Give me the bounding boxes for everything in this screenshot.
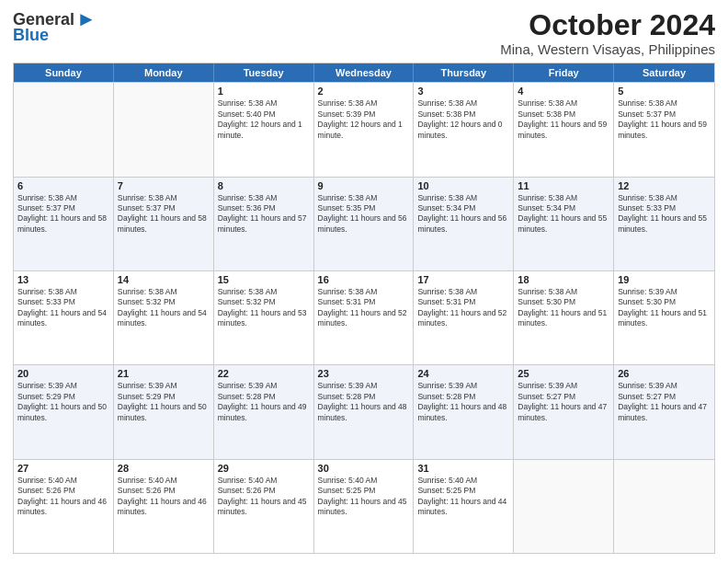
cell-oct-11: 11 Sunrise: 5:38 AM Sunset: 5:34 PM Dayl… bbox=[514, 178, 614, 270]
page-title: October 2024 bbox=[500, 9, 715, 41]
header-sunday: Sunday bbox=[14, 63, 114, 82]
cal-row-5: 27 Sunrise: 5:40 AM Sunset: 5:26 PM Dayl… bbox=[14, 459, 714, 553]
cal-row-4: 20 Sunrise: 5:39 AM Sunset: 5:29 PM Dayl… bbox=[14, 364, 714, 458]
cell-oct-22: 22 Sunrise: 5:39 AM Sunset: 5:28 PM Dayl… bbox=[214, 365, 314, 458]
cell-oct-18: 18 Sunrise: 5:38 AM Sunset: 5:30 PM Dayl… bbox=[514, 271, 614, 364]
cal-row-3: 13 Sunrise: 5:38 AM Sunset: 5:33 PM Dayl… bbox=[14, 270, 714, 364]
cell-oct-13: 13 Sunrise: 5:38 AM Sunset: 5:33 PM Dayl… bbox=[14, 271, 114, 364]
cell-oct-2: 2 Sunrise: 5:38 AM Sunset: 5:39 PM Dayli… bbox=[314, 83, 415, 176]
cell-oct-28: 28 Sunrise: 5:40 AM Sunset: 5:26 PM Dayl… bbox=[114, 460, 214, 553]
cell-oct-5: 5 Sunrise: 5:38 AM Sunset: 5:37 PM Dayli… bbox=[614, 83, 714, 176]
cell-oct-7: 7 Sunrise: 5:38 AM Sunset: 5:37 PM Dayli… bbox=[114, 178, 214, 270]
cell-oct-26: 26 Sunrise: 5:39 AM Sunset: 5:27 PM Dayl… bbox=[614, 365, 714, 458]
title-block: October 2024 Mina, Western Visayas, Phil… bbox=[500, 9, 715, 57]
header-saturday: Saturday bbox=[614, 63, 714, 82]
cell-oct-12: 12 Sunrise: 5:38 AM Sunset: 5:33 PM Dayl… bbox=[614, 178, 714, 270]
cell-oct-1: 1 Sunrise: 5:38 AM Sunset: 5:40 PM Dayli… bbox=[214, 83, 314, 176]
cell-oct-20: 20 Sunrise: 5:39 AM Sunset: 5:29 PM Dayl… bbox=[14, 365, 114, 458]
cell-w1-mon bbox=[114, 83, 214, 176]
cell-oct-24: 24 Sunrise: 5:39 AM Sunset: 5:28 PM Dayl… bbox=[414, 365, 514, 458]
cell-oct-21: 21 Sunrise: 5:39 AM Sunset: 5:29 PM Dayl… bbox=[114, 365, 214, 458]
page-subtitle: Mina, Western Visayas, Philippines bbox=[500, 41, 715, 57]
cell-w5-fri bbox=[514, 460, 614, 553]
cell-oct-16: 16 Sunrise: 5:38 AM Sunset: 5:31 PM Dayl… bbox=[314, 271, 415, 364]
logo-blue: Blue bbox=[13, 26, 49, 45]
header-friday: Friday bbox=[514, 63, 614, 82]
logo: General ► Blue bbox=[13, 9, 97, 45]
cal-row-2: 6 Sunrise: 5:38 AM Sunset: 5:37 PM Dayli… bbox=[14, 177, 714, 270]
header-tuesday: Tuesday bbox=[214, 63, 314, 82]
cell-oct-8: 8 Sunrise: 5:38 AM Sunset: 5:36 PM Dayli… bbox=[214, 178, 314, 270]
header-wednesday: Wednesday bbox=[314, 63, 415, 82]
cell-oct-6: 6 Sunrise: 5:38 AM Sunset: 5:37 PM Dayli… bbox=[14, 178, 114, 270]
cell-oct-29: 29 Sunrise: 5:40 AM Sunset: 5:26 PM Dayl… bbox=[214, 460, 314, 553]
cell-oct-27: 27 Sunrise: 5:40 AM Sunset: 5:26 PM Dayl… bbox=[14, 460, 114, 553]
cell-oct-17: 17 Sunrise: 5:38 AM Sunset: 5:31 PM Dayl… bbox=[414, 271, 514, 364]
cell-oct-3: 3 Sunrise: 5:38 AM Sunset: 5:38 PM Dayli… bbox=[414, 83, 514, 176]
cell-oct-19: 19 Sunrise: 5:39 AM Sunset: 5:30 PM Dayl… bbox=[614, 271, 714, 364]
cell-oct-23: 23 Sunrise: 5:39 AM Sunset: 5:28 PM Dayl… bbox=[314, 365, 415, 458]
cell-oct-25: 25 Sunrise: 5:39 AM Sunset: 5:27 PM Dayl… bbox=[514, 365, 614, 458]
calendar-body: 1 Sunrise: 5:38 AM Sunset: 5:40 PM Dayli… bbox=[14, 82, 714, 553]
cell-oct-4: 4 Sunrise: 5:38 AM Sunset: 5:38 PM Dayli… bbox=[514, 83, 614, 176]
cell-oct-15: 15 Sunrise: 5:38 AM Sunset: 5:32 PM Dayl… bbox=[214, 271, 314, 364]
calendar-header: Sunday Monday Tuesday Wednesday Thursday… bbox=[14, 63, 714, 82]
cell-oct-31: 31 Sunrise: 5:40 AM Sunset: 5:25 PM Dayl… bbox=[414, 460, 514, 553]
cell-oct-14: 14 Sunrise: 5:38 AM Sunset: 5:32 PM Dayl… bbox=[114, 271, 214, 364]
calendar: Sunday Monday Tuesday Wednesday Thursday… bbox=[13, 63, 715, 554]
header: General ► Blue October 2024 Mina, Wester… bbox=[13, 9, 715, 57]
cal-row-1: 1 Sunrise: 5:38 AM Sunset: 5:40 PM Dayli… bbox=[14, 82, 714, 176]
header-monday: Monday bbox=[114, 63, 214, 82]
cell-oct-30: 30 Sunrise: 5:40 AM Sunset: 5:25 PM Dayl… bbox=[314, 460, 415, 553]
cell-oct-10: 10 Sunrise: 5:38 AM Sunset: 5:34 PM Dayl… bbox=[414, 178, 514, 270]
cell-oct-9: 9 Sunrise: 5:38 AM Sunset: 5:35 PM Dayli… bbox=[314, 178, 415, 270]
logo-bird-icon: ► bbox=[76, 9, 97, 29]
page: General ► Blue October 2024 Mina, Wester… bbox=[0, 0, 728, 563]
header-thursday: Thursday bbox=[414, 63, 514, 82]
cell-w1-sun bbox=[14, 83, 114, 176]
cell-w5-sat bbox=[614, 460, 714, 553]
